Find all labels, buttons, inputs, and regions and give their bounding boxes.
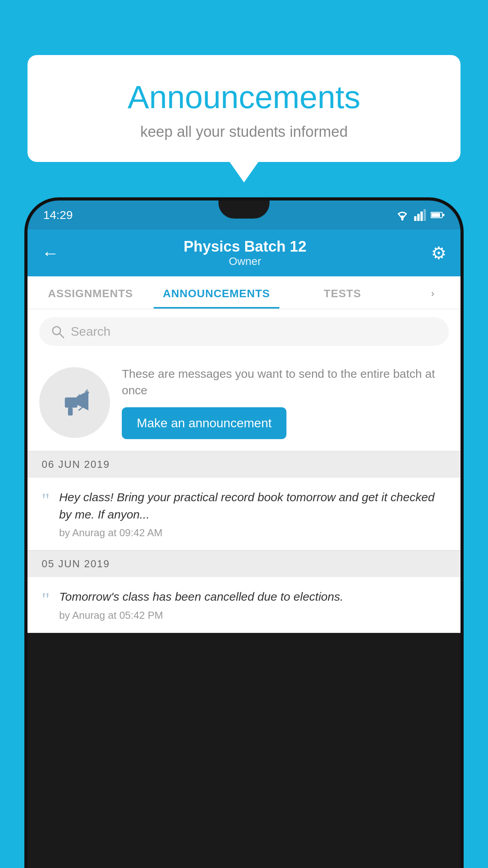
tabs-bar: ASSIGNMENTS ANNOUNCEMENTS TESTS › — [28, 276, 460, 309]
announce-description: These are messages you want to send to t… — [122, 366, 449, 399]
megaphone-icon — [57, 385, 92, 420]
announcement-text-2: Tomorrow's class has been cancelled due … — [59, 588, 446, 605]
announcement-text-1: Hey class! Bring your practical record b… — [59, 489, 446, 523]
date-separator-1: 06 JUN 2019 — [28, 451, 460, 478]
status-time: 14:29 — [43, 208, 73, 222]
speech-bubble-container: Announcements keep all your students inf… — [28, 55, 460, 162]
speech-bubble-title: Announcements — [47, 79, 441, 116]
announcement-meta-1: by Anurag at 09:42 AM — [59, 527, 446, 539]
svg-rect-7 — [443, 214, 444, 216]
tab-assignments[interactable]: ASSIGNMENTS — [28, 276, 154, 309]
search-bar: Search — [28, 309, 460, 354]
search-placeholder: Search — [71, 324, 110, 339]
status-bar: 14:29 — [28, 200, 460, 230]
announcement-item-2: " Tomorrow's class has been cancelled du… — [28, 577, 460, 633]
svg-rect-2 — [417, 214, 420, 221]
speech-bubble-subtitle: keep all your students informed — [47, 123, 441, 140]
status-icons — [395, 209, 445, 221]
search-input-wrap[interactable]: Search — [39, 317, 449, 346]
svg-line-9 — [59, 333, 64, 338]
settings-button[interactable]: ⚙ — [431, 243, 446, 263]
speech-bubble: Announcements keep all your students inf… — [28, 55, 460, 162]
back-button[interactable]: ← — [42, 243, 59, 263]
wifi-icon — [395, 209, 409, 221]
tab-announcements[interactable]: ANNOUNCEMENTS — [154, 276, 280, 309]
svg-point-0 — [401, 218, 404, 221]
quote-icon-1: " — [42, 490, 50, 510]
phone-frame: 14:29 ← — [28, 200, 460, 868]
batch-title: Physics Batch 12 — [183, 238, 306, 255]
megaphone-circle — [39, 367, 110, 438]
search-icon — [51, 325, 64, 338]
svg-rect-3 — [420, 211, 423, 221]
tab-more[interactable]: › — [405, 276, 460, 309]
notch — [218, 200, 270, 219]
header-title-area: Physics Batch 12 Owner — [183, 238, 306, 268]
app-header: ← Physics Batch 12 Owner ⚙ — [28, 230, 460, 276]
svg-rect-11 — [65, 397, 77, 408]
date-separator-2: 05 JUN 2019 — [28, 550, 460, 577]
announcement-meta-2: by Anurag at 05:42 PM — [59, 609, 446, 622]
announce-prompt: These are messages you want to send to t… — [28, 354, 460, 451]
make-announcement-button[interactable]: Make an announcement — [122, 407, 286, 439]
announcement-item-1: " Hey class! Bring your practical record… — [28, 478, 460, 550]
svg-rect-1 — [414, 216, 416, 221]
svg-rect-4 — [424, 209, 426, 221]
quote-icon-2: " — [42, 590, 50, 609]
batch-subtitle: Owner — [183, 255, 306, 268]
signal-icon — [414, 209, 426, 221]
svg-rect-12 — [68, 408, 73, 416]
svg-rect-6 — [431, 213, 440, 217]
announce-right: These are messages you want to send to t… — [122, 366, 449, 439]
tab-tests[interactable]: TESTS — [279, 276, 405, 309]
announcement-content-2: Tomorrow's class has been cancelled due … — [59, 588, 446, 622]
battery-icon — [431, 211, 445, 219]
announcement-content-1: Hey class! Bring your practical record b… — [59, 489, 446, 539]
